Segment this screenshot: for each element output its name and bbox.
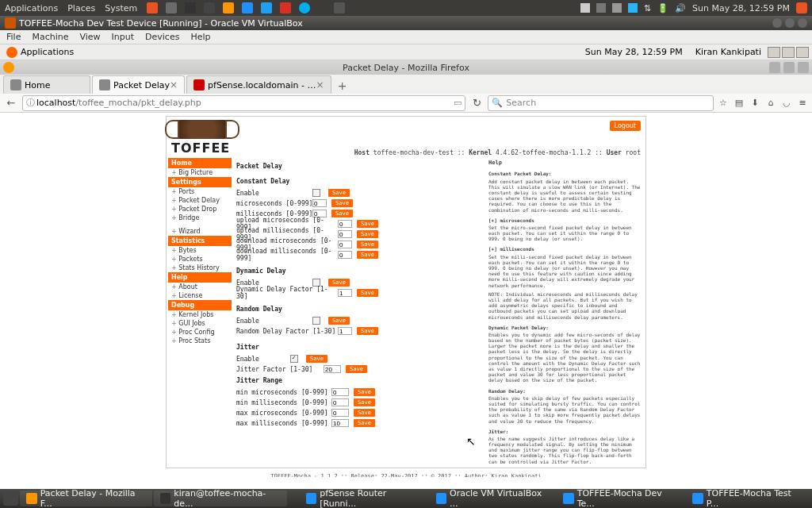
sidebar-item-kernel-jobs[interactable]: Kernel Jobs [168, 310, 232, 319]
sidebar-item-bytes[interactable]: Bytes [168, 246, 232, 255]
user-icon[interactable] [796, 2, 807, 13]
sidebar-item-proc-config[interactable]: Proc Config [168, 328, 232, 337]
random-factor-input[interactable] [338, 327, 352, 335]
launcher-icon[interactable] [242, 2, 253, 13]
search-bar[interactable]: 🔍 Search [488, 95, 714, 111]
sidebar-item-packets[interactable]: Packets [168, 255, 232, 264]
taskbar-item-mocha-dev[interactable]: TOFFEE-Mocha Dev Te... [557, 491, 684, 506]
home-icon[interactable]: ⌂ [764, 97, 777, 110]
tray-icon[interactable] [580, 3, 590, 13]
microseconds-input[interactable] [312, 199, 327, 207]
host-clock[interactable]: Sun May 28, 12:59 PM [692, 3, 790, 13]
sidebar-header-debug[interactable]: Debug [168, 300, 232, 310]
url-bar[interactable]: ⓘ localhost /toffee_mocha/pkt_delay.php … [22, 95, 465, 111]
tray-icon[interactable] [628, 3, 638, 13]
min-microseconds-input[interactable] [331, 388, 349, 396]
vbox-menu-view[interactable]: View [79, 32, 100, 42]
launcher-icon[interactable] [147, 2, 158, 13]
sidebar-header-home[interactable]: Home [168, 158, 232, 168]
taskbar-item-pfsense[interactable]: pfSense Router [Runni... [300, 491, 428, 506]
host-menu-system[interactable]: System [105, 3, 137, 13]
vbox-menu-devices[interactable]: Devices [145, 32, 179, 42]
guest-applications-menu[interactable]: Applications [3, 45, 77, 60]
guest-clock[interactable]: Sun May 28, 12:59 PM [579, 47, 689, 57]
ff-close-button[interactable] [798, 62, 809, 73]
window-close-button[interactable] [798, 18, 807, 28]
save-button[interactable]: Save [331, 199, 353, 207]
volume-icon[interactable]: 🔊 [675, 3, 686, 13]
taskbar-item-vbox-manager[interactable]: Oracle VM VirtualBox ... [430, 491, 556, 506]
jitter-enable-checkbox[interactable] [290, 355, 298, 363]
max-milliseconds-input[interactable] [331, 419, 349, 427]
save-button[interactable]: Save [357, 251, 378, 259]
tab-pfsense[interactable]: pfSense.localdomain - … × [186, 75, 331, 94]
host-menu-places[interactable]: Places [67, 3, 95, 13]
launcher-icon[interactable] [261, 2, 272, 13]
sidebar-item-ports[interactable]: Ports [168, 187, 232, 196]
new-tab-button[interactable]: + [333, 78, 352, 94]
back-button[interactable]: ← [3, 95, 19, 111]
constant-enable-checkbox[interactable] [312, 189, 320, 197]
taskbar-item-firefox[interactable]: Packet Delay - Mozilla F... [20, 491, 152, 506]
sidebar-item-stats-history[interactable]: Stats History [168, 264, 232, 272]
sidebar-item-big-picture[interactable]: Big Picture [168, 168, 232, 177]
upload-microseconds-input[interactable] [338, 220, 352, 228]
sidebar-item-wizard[interactable]: Wizard [168, 227, 232, 236]
tab-close-icon[interactable]: × [316, 79, 324, 90]
ff-minimize-button[interactable] [769, 62, 780, 73]
save-button[interactable]: Save [357, 230, 378, 238]
logout-button[interactable]: Logout [610, 121, 641, 131]
tab-close-icon[interactable]: × [170, 79, 178, 90]
save-button[interactable]: Save [354, 388, 375, 396]
guest-window-minimize[interactable] [768, 47, 780, 58]
vbox-menu-file[interactable]: File [6, 32, 21, 42]
bookmarks-menu-icon[interactable]: ▤ [733, 97, 745, 110]
save-button[interactable]: Save [354, 398, 375, 406]
launcher-icon[interactable] [334, 2, 345, 13]
sidebar-header-help[interactable]: Help [168, 272, 232, 283]
show-desktop-button[interactable] [3, 491, 18, 506]
launcher-icon[interactable] [185, 2, 196, 13]
sidebar-header-settings[interactable]: Settings [168, 177, 232, 187]
sidebar-item-license[interactable]: License [168, 291, 232, 300]
save-button[interactable]: Save [354, 419, 375, 427]
save-button[interactable]: Save [346, 365, 367, 373]
tray-icon[interactable] [612, 3, 622, 13]
download-microseconds-input[interactable] [338, 241, 352, 248]
reload-button[interactable]: ↻ [469, 95, 485, 111]
downloads-icon[interactable]: ⬇ [749, 97, 761, 110]
vbox-menu-input[interactable]: Input [112, 32, 134, 42]
pocket-icon[interactable]: ◡ [780, 97, 793, 110]
vbox-menu-help[interactable]: Help [190, 32, 210, 42]
jitter-factor-input[interactable] [324, 365, 341, 373]
save-button[interactable]: Save [357, 241, 378, 248]
launcher-icon[interactable] [299, 2, 310, 13]
vbox-menu-machine[interactable]: Machine [32, 32, 68, 42]
tray-icon[interactable] [596, 3, 606, 13]
save-button[interactable]: Save [357, 327, 378, 335]
tab-packet-delay[interactable]: Packet Delay × [92, 75, 185, 94]
sidebar-item-proc-stats[interactable]: Proc Stats [168, 337, 232, 345]
launcher-icon[interactable] [204, 2, 215, 13]
min-milliseconds-input[interactable] [331, 398, 349, 406]
sidebar-item-bridge[interactable]: Bridge [168, 214, 232, 222]
download-milliseconds-input[interactable] [338, 251, 352, 259]
save-button[interactable]: Save [306, 355, 327, 363]
save-button[interactable]: Save [357, 289, 378, 297]
guest-window-maximize[interactable] [782, 47, 795, 58]
random-enable-checkbox[interactable] [312, 317, 320, 325]
upload-milliseconds-input[interactable] [338, 230, 352, 238]
guest-user[interactable]: Kiran Kankipati [689, 47, 768, 57]
sidebar-header-statistics[interactable]: Statistics [168, 236, 232, 246]
hamburger-menu-icon[interactable]: ≡ [796, 97, 809, 110]
guest-window-close[interactable] [796, 47, 809, 58]
taskbar-item-mocha-test[interactable]: TOFFEE-Mocha Test P... [686, 491, 809, 506]
sidebar-item-packet-drop[interactable]: Packet Drop [168, 205, 232, 214]
info-icon[interactable]: ⓘ [26, 97, 35, 109]
launcher-icon[interactable] [280, 2, 291, 13]
battery-icon[interactable]: 🔋 [657, 3, 668, 13]
window-minimize-button[interactable] [772, 18, 782, 28]
launcher-icon[interactable] [223, 2, 234, 13]
reader-mode-icon[interactable]: ▭ [454, 98, 462, 108]
sidebar-item-gui-jobs[interactable]: GUI Jobs [168, 319, 232, 328]
